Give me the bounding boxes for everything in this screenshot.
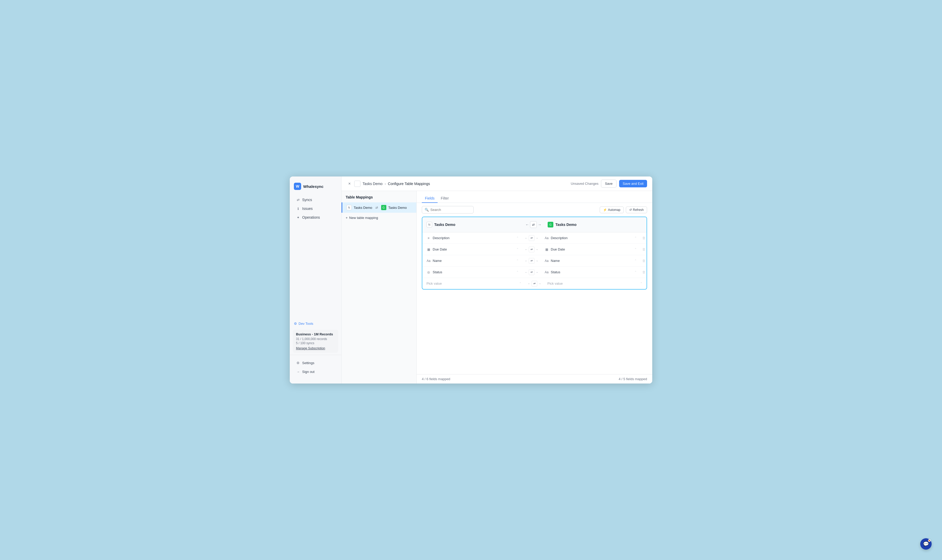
refresh-button[interactable]: ↺ Refresh	[626, 206, 647, 213]
table-header-right: G Tasks Demo	[546, 222, 643, 228]
arrow-right-icon: →	[538, 223, 541, 227]
app-logo: W Whalesync	[290, 181, 341, 195]
sync-direction-btn[interactable]: ⇄	[530, 221, 537, 228]
right-field-chevron-0[interactable]: ⌃	[634, 236, 637, 240]
sidebar-item-operations-label: Operations	[302, 215, 320, 220]
top-bar-actions: Unsaved Changes Save Save and Exit	[571, 180, 647, 188]
settings-icon: ⚙	[296, 361, 300, 365]
row-arrow-right-1: →	[535, 248, 538, 251]
save-button[interactable]: Save	[601, 180, 617, 188]
delete-btn-3[interactable]: 🗑	[641, 269, 646, 275]
row-sync-btn-0[interactable]: ⇄	[529, 235, 535, 241]
delete-btn-0[interactable]: 🗑	[641, 235, 646, 241]
row-arrow-right-3: →	[535, 271, 538, 274]
sidebar-item-issues[interactable]: ℹ Issues	[292, 205, 339, 213]
right-table-icon: G	[548, 222, 553, 228]
content-area: Table Mappings N Tasks Demo ⇄ G Tasks De…	[342, 191, 652, 383]
right-field-cell-3: Aa Status ⌃	[540, 269, 641, 275]
table-row: ≡ Description ⌃ ← ⇄ → Aa Des	[422, 232, 646, 244]
tab-filter[interactable]: Filter	[438, 194, 452, 203]
right-field-cell-0: Aa Description ⌃	[540, 235, 641, 241]
left-field-cell-1: ▦ Due Date ⌃	[422, 246, 523, 252]
table-mappings-title: Table Mappings	[342, 195, 416, 202]
mapping-table: N Tasks Demo ← ⇄ → G Tasks Demo	[422, 217, 647, 289]
row-sync-btn-2[interactable]: ⇄	[529, 258, 535, 264]
right-field-chevron-3[interactable]: ⌃	[634, 271, 637, 274]
sidebar-nav: ⇄ Syncs ℹ Issues ✦ Operations	[290, 195, 341, 257]
sidebar: W Whalesync ⇄ Syncs ℹ Issues ✦ Operation…	[290, 177, 342, 383]
save-exit-button[interactable]: Save and Exit	[619, 180, 647, 187]
row-sync-4: ← ⇄ →	[526, 281, 543, 286]
sidebar-item-settings[interactable]: ⚙ Settings	[292, 358, 339, 367]
right-field-name-0: Description	[551, 236, 632, 240]
manage-subscription-link[interactable]: Manage Subscription	[296, 346, 325, 350]
right-field-chevron-1[interactable]: ⌃	[634, 248, 637, 251]
dev-tools-icon: ⚙	[294, 322, 297, 326]
syncs-icon: ⇄	[296, 198, 300, 202]
right-field-chevron-4[interactable]: ⌃	[640, 282, 643, 285]
sidebar-item-syncs[interactable]: ⇄ Syncs	[292, 195, 339, 204]
left-field-chevron-3[interactable]: ⌃	[516, 271, 519, 274]
row-arrow-left-4: ←	[528, 282, 530, 285]
right-fields-mapped: 4 / 5 fields mapped	[618, 377, 647, 381]
right-field-icon-2: Aa	[544, 259, 549, 263]
left-field-chevron-4[interactable]: ⌃	[519, 282, 521, 285]
mapping-item[interactable]: N Tasks Demo ⇄ G Tasks Demo	[342, 202, 416, 213]
fields-toolbar: 🔍 ⚡ Automap ↺ Refresh	[416, 203, 652, 217]
row-arrow-right-2: →	[535, 259, 538, 262]
main-content: × N Tasks Demo › Configure Table Mapping…	[342, 177, 652, 383]
search-input[interactable]	[430, 208, 469, 212]
close-button[interactable]: ×	[347, 181, 352, 186]
right-field-cell-4: Pick value ⌃	[543, 280, 646, 286]
left-field-chevron-1[interactable]: ⌃	[516, 248, 519, 251]
right-field-name-1: Due Date	[551, 248, 632, 251]
refresh-icon: ↺	[629, 208, 632, 212]
left-field-chevron-2[interactable]: ⌃	[516, 259, 519, 262]
row-sync-btn-1[interactable]: ⇄	[529, 247, 535, 252]
mapping-table-container: N Tasks Demo ← ⇄ → G Tasks Demo	[416, 217, 652, 374]
left-fields-mapped: 4 / 6 fields mapped	[422, 377, 450, 381]
row-sync-3: ← ⇄ →	[523, 269, 540, 275]
automap-icon: ⚡	[603, 208, 607, 212]
plan-records: 31 / 1,000,000 records	[296, 337, 335, 341]
automap-button[interactable]: ⚡ Automap	[600, 206, 624, 213]
left-panel: Table Mappings N Tasks Demo ⇄ G Tasks De…	[342, 191, 416, 383]
new-table-mapping-button[interactable]: + New table mapping	[342, 214, 416, 222]
new-mapping-label: New table mapping	[349, 216, 378, 220]
delete-btn-2[interactable]: 🗑	[641, 258, 646, 264]
left-field-chevron-0[interactable]: ⌃	[516, 236, 519, 240]
row-arrow-right-0: →	[535, 237, 538, 240]
left-field-name-1: Due Date	[433, 248, 514, 251]
chat-button[interactable]: 💬	[920, 538, 932, 550]
row-arrow-left-0: ←	[525, 237, 528, 240]
fields-tabs: Fields Filter	[416, 191, 652, 203]
right-field-icon-3: Aa	[544, 271, 549, 274]
right-field-name-4: Pick value	[547, 282, 638, 285]
dev-tools-item[interactable]: ⚙ Dev Tools	[290, 320, 341, 328]
row-sync-btn-4[interactable]: ⇄	[532, 281, 537, 286]
mapping-sync-icon: ⇄	[375, 206, 378, 209]
search-box: 🔍	[422, 206, 473, 214]
right-panel: Fields Filter 🔍 ⚡ Automap	[416, 191, 652, 383]
search-icon: 🔍	[425, 208, 429, 212]
row-sync-1: ← ⇄ →	[523, 247, 540, 252]
sidebar-item-signout[interactable]: → Sign out	[292, 368, 339, 376]
right-field-chevron-2[interactable]: ⌃	[634, 259, 637, 262]
right-field-cell-1: ▦ Due Date ⌃	[540, 246, 641, 252]
sidebar-item-issues-label: Issues	[302, 206, 313, 211]
left-field-cell-0: ≡ Description ⌃	[422, 235, 523, 241]
unsaved-changes-label: Unsaved Changes	[571, 182, 598, 186]
delete-btn-1[interactable]: 🗑	[641, 247, 646, 252]
issues-icon: ℹ	[296, 206, 300, 211]
new-mapping-plus-icon: +	[346, 216, 348, 220]
sidebar-bottom: ⚙ Settings → Sign out	[290, 355, 341, 379]
row-sync-btn-3[interactable]: ⇄	[529, 269, 535, 275]
fields-footer: 4 / 6 fields mapped 4 / 5 fields mapped	[416, 374, 652, 383]
right-field-name-3: Status	[551, 270, 632, 274]
tab-fields[interactable]: Fields	[422, 194, 438, 203]
row-sync-2: ← ⇄ →	[523, 258, 540, 264]
sidebar-item-operations[interactable]: ✦ Operations	[292, 213, 339, 222]
sidebar-signout-label: Sign out	[302, 370, 315, 374]
breadcrumb-separator: ›	[384, 182, 386, 186]
arrow-left-icon: ←	[526, 223, 529, 227]
